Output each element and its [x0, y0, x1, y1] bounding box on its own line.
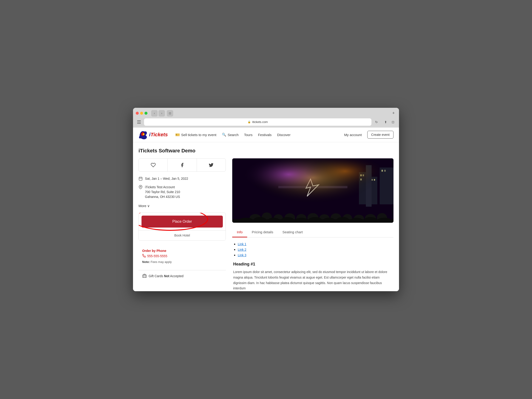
nav-tours[interactable]: Tours	[244, 133, 253, 137]
fees-note: Note: Fees may apply	[142, 260, 222, 264]
action-card: Place Order Book Hotel	[139, 212, 226, 241]
event-image-inner	[232, 158, 393, 223]
address-bar-row: 🔒 itickets.com ↻ ⬆ ⊡	[136, 118, 396, 128]
tab-info[interactable]: Info	[232, 227, 247, 238]
address-bar[interactable]: 🔒 itickets.com	[144, 118, 371, 126]
browser-window: ‹ › ⊡ + 🔒 itickets.com ↻ ⬆ ⊡	[133, 108, 399, 291]
link-item: Link 2	[238, 248, 393, 252]
main-layout: Sat, Jan 1 – Wed, Jan 5, 2022 iTickets T…	[139, 158, 393, 291]
phone-order: Order by Phone 555-555-5555 Note: Fees m…	[139, 245, 226, 267]
svg-rect-23	[232, 158, 393, 223]
phone-number-text: 555-555-5555	[147, 254, 167, 258]
nav-festivals[interactable]: Festivals	[258, 133, 272, 137]
gift-card-text: Gift Cards Not Accepted	[149, 274, 184, 278]
create-event-button[interactable]: Create event	[367, 131, 393, 139]
link-1[interactable]: Link 1	[238, 242, 246, 246]
share-button[interactable]: ⬆	[382, 119, 389, 125]
close-button[interactable]	[136, 112, 139, 115]
nav-discover[interactable]: Discover	[277, 133, 290, 137]
page-title: iTickets Software Demo	[139, 148, 393, 154]
svg-point-5	[140, 186, 141, 187]
gift-card-section: Gift Cards Not Accepted	[139, 270, 226, 282]
twitter-share-button[interactable]	[197, 159, 226, 171]
event-meta: Sat, Jan 1 – Wed, Jan 5, 2022 iTickets T…	[139, 176, 226, 199]
tab-seating[interactable]: Seating chart	[278, 227, 307, 238]
traffic-lights	[136, 112, 147, 115]
phone-number: 555-555-5555	[142, 254, 222, 258]
meta-date: Sat, Jan 1 – Wed, Jan 5, 2022	[139, 176, 226, 182]
tab-pricing[interactable]: Pricing details	[247, 227, 278, 238]
logo[interactable]: iTickets	[139, 130, 168, 139]
link-item: Link 1	[238, 242, 393, 246]
forward-button[interactable]: ›	[158, 110, 165, 116]
nav-search[interactable]: 🔍 Search	[222, 133, 239, 137]
facebook-share-button[interactable]	[168, 159, 197, 171]
date-text: Sat, Jan 1 – Wed, Jan 5, 2022	[145, 176, 188, 181]
info-heading: Heading #1	[233, 262, 393, 267]
favorite-button[interactable]	[139, 159, 168, 171]
link-3[interactable]: Link 3	[238, 253, 246, 257]
info-links: Link 1 Link 2 Link 3	[233, 242, 393, 257]
more-label: More	[139, 204, 146, 208]
browser-actions: ⬆ ⊡	[382, 119, 396, 125]
location-text: iTickets Test Account 700 Taylor Rd, Sui…	[145, 185, 180, 199]
nav-buttons: ‹ › ⊡	[151, 110, 173, 116]
link-item: Link 3	[238, 253, 393, 257]
info-body: Lorem ipsum dolor sit amet, consectetur …	[233, 269, 393, 291]
place-order-section: Place Order	[139, 213, 226, 230]
gift-card-icon	[142, 274, 147, 279]
more-button[interactable]: More ∨	[139, 203, 150, 209]
search-icon: 🔍	[222, 133, 226, 137]
svg-rect-7	[143, 275, 146, 278]
page-content: iTickets 🎫 Sell tickets to my event 🔍 Se…	[133, 128, 399, 291]
browser-chrome: ‹ › ⊡ + 🔒 itickets.com ↻ ⬆ ⊡	[133, 108, 399, 128]
meta-location: iTickets Test Account 700 Taylor Rd, Sui…	[139, 185, 226, 199]
more-section: More ∨	[139, 203, 226, 209]
left-panel: Sat, Jan 1 – Wed, Jan 5, 2022 iTickets T…	[139, 158, 226, 291]
link-2[interactable]: Link 2	[238, 248, 246, 251]
svg-rect-1	[139, 177, 142, 180]
social-actions	[139, 158, 226, 172]
info-content: Link 1 Link 2 Link 3 Heading #1 Lorem ip…	[232, 242, 393, 291]
nav-sell[interactable]: 🎫 Sell tickets to my event	[175, 133, 216, 137]
venue-name: iTickets Test Account	[145, 185, 180, 190]
logo-icon	[139, 130, 148, 139]
browser-titlebar: ‹ › ⊡ +	[136, 110, 396, 116]
new-tab-button[interactable]: +	[391, 110, 396, 116]
place-order-button[interactable]: Place Order	[141, 216, 223, 228]
tabs-bar: Info Pricing details Seating chart	[232, 227, 393, 238]
site-navigation: iTickets 🎫 Sell tickets to my event 🔍 Se…	[133, 128, 399, 142]
tab-overview-button[interactable]: ⊡	[167, 110, 173, 116]
url-text: itickets.com	[252, 120, 268, 124]
fullscreen-button[interactable]: ⊡	[390, 119, 396, 125]
nav-my-account[interactable]: My account	[344, 133, 362, 137]
location-icon	[139, 185, 143, 190]
logo-text: iTickets	[149, 132, 168, 138]
content-wrapper: iTickets Software Demo	[133, 142, 399, 291]
venue-address2: Gahanna, OH 43230 US	[145, 194, 180, 199]
calendar-icon	[139, 176, 143, 182]
refresh-button[interactable]: ↻	[373, 119, 380, 125]
lock-icon: 🔒	[248, 120, 251, 123]
event-image	[232, 158, 393, 223]
svg-point-0	[143, 133, 145, 135]
book-hotel-button[interactable]: Book Hotel	[139, 230, 226, 240]
svg-rect-47	[232, 219, 393, 223]
sell-icon: 🎫	[175, 133, 180, 137]
back-button[interactable]: ‹	[151, 110, 158, 116]
phone-icon	[142, 254, 146, 258]
phone-order-label: Order by Phone	[142, 249, 222, 253]
maximize-button[interactable]	[145, 112, 147, 115]
chevron-down-icon: ∨	[147, 204, 150, 208]
hamburger-menu[interactable]	[136, 119, 142, 125]
right-panel: Info Pricing details Seating chart Link …	[232, 158, 393, 291]
minimize-button[interactable]	[140, 112, 143, 115]
venue-address1: 700 Taylor Rd, Suite 210	[145, 190, 180, 194]
